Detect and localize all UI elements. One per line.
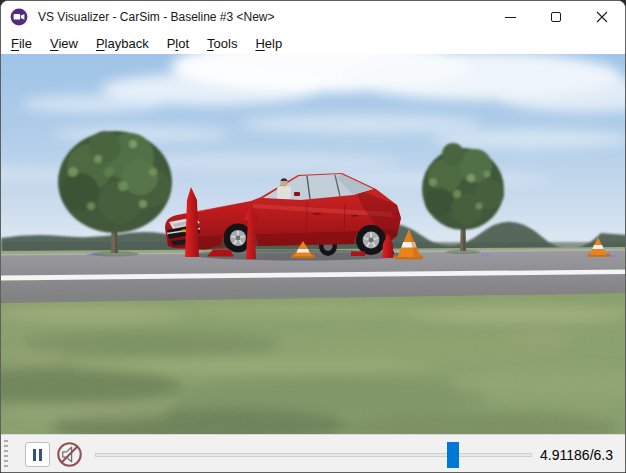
muted-speaker-icon — [56, 441, 83, 468]
app-window: VS Visualizer - CarSim - Baseline #3 <Ne… — [0, 0, 626, 473]
window-title: VS Visualizer - CarSim - Baseline #3 <Ne… — [38, 10, 275, 24]
close-button[interactable] — [579, 1, 625, 33]
playback-slider-handle[interactable] — [447, 442, 459, 468]
menu-plot[interactable]: Plot — [158, 35, 198, 52]
pause-icon — [33, 449, 36, 461]
time-display: 4.91186/6.3 — [540, 447, 613, 463]
menu-file[interactable]: File — [2, 35, 41, 52]
pause-icon — [39, 449, 42, 461]
red-ramp-rear — [351, 252, 365, 257]
close-icon — [596, 11, 608, 23]
menu-view[interactable]: View — [41, 35, 87, 52]
menu-bar: File View Playback Plot Tools Help — [1, 33, 625, 54]
maximize-icon — [551, 12, 561, 22]
mute-button[interactable] — [56, 441, 83, 468]
app-icon[interactable] — [10, 8, 28, 26]
title-bar: VS Visualizer - CarSim - Baseline #3 <Ne… — [1, 1, 625, 33]
scene-3d — [1, 54, 626, 434]
viewport-3d[interactable] — [1, 54, 626, 434]
timeline-slider[interactable] — [95, 441, 532, 469]
minimize-button[interactable] — [487, 1, 533, 33]
road-marker-purple-2 — [481, 255, 490, 256]
menu-help[interactable]: Help — [246, 35, 291, 52]
slider-track[interactable] — [95, 453, 532, 457]
car-door-handle — [313, 213, 321, 215]
toolbar-grip[interactable] — [4, 440, 8, 470]
car-emblem — [182, 230, 187, 233]
maximize-button[interactable] — [533, 1, 579, 33]
car-mirror — [294, 192, 300, 196]
car-rear-wheel — [356, 225, 386, 255]
tree-left-canopy — [58, 131, 172, 233]
grass-foreground — [1, 293, 626, 434]
playback-toolbar: 4.91186/6.3 — [1, 434, 625, 473]
menu-tools[interactable]: Tools — [198, 35, 246, 52]
minimize-icon — [505, 17, 516, 18]
menu-playback[interactable]: Playback — [87, 35, 158, 52]
pause-button[interactable] — [25, 442, 50, 467]
